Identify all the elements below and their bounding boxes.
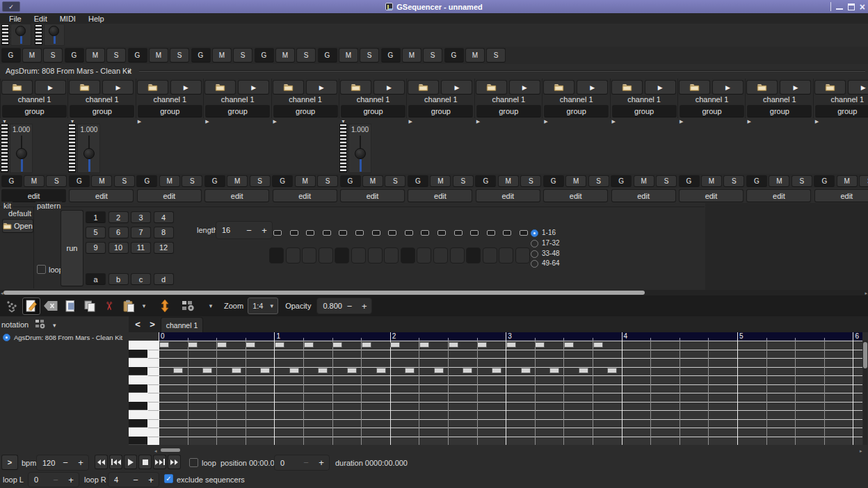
gms-mute-button[interactable]: M <box>339 48 358 63</box>
gms-group-button[interactable]: G <box>444 48 464 63</box>
knob-handle[interactable] <box>83 148 95 159</box>
gms-group-button[interactable]: G <box>679 175 700 187</box>
note[interactable] <box>434 368 444 373</box>
note[interactable] <box>405 368 415 373</box>
gms-solo-button[interactable]: S <box>723 175 744 187</box>
loop-r-spinbox[interactable]: 4 − + <box>108 472 159 487</box>
pattern-index-button[interactable]: 9 <box>86 242 106 254</box>
expand-arrow-icon[interactable]: ▶ <box>747 119 750 124</box>
bpm-spinbox[interactable]: 120 − + <box>36 455 89 471</box>
gms-group-button[interactable]: G <box>543 175 564 187</box>
pattern-pad[interactable] <box>319 247 333 263</box>
pattern-index-button[interactable]: 1 <box>86 211 106 223</box>
group-button[interactable]: group <box>408 105 473 117</box>
channel-volume-fader[interactable]: 1.000 <box>10 124 33 173</box>
length-spinbox[interactable]: 16 − + <box>216 221 273 239</box>
edit-note-tool-button[interactable] <box>22 298 40 315</box>
note[interactable] <box>477 342 487 348</box>
open-file-button[interactable] <box>543 80 574 95</box>
black-key[interactable] <box>129 367 147 375</box>
gms-solo-button[interactable]: S <box>170 48 189 63</box>
tab-channel-1[interactable]: channel 1 <box>161 317 203 332</box>
open-file-button[interactable] <box>204 80 236 95</box>
open-file-button[interactable] <box>137 80 168 95</box>
pattern-pad[interactable] <box>335 247 349 263</box>
gms-mute-button[interactable]: M <box>24 175 45 187</box>
expand-arrow-icon[interactable]: ▶ <box>138 119 141 124</box>
gms-group-button[interactable]: G <box>1 48 21 63</box>
pattern-index-button[interactable]: 2 <box>108 211 129 223</box>
pattern-index-button[interactable]: 4 <box>154 211 174 223</box>
gms-group-button[interactable]: G <box>191 48 211 63</box>
edit-tab-button[interactable]: edit <box>679 189 744 202</box>
expand-arrow-icon[interactable]: ▶ <box>476 119 480 124</box>
gms-solo-button[interactable]: S <box>385 175 405 187</box>
black-key[interactable] <box>129 384 147 393</box>
note[interactable] <box>332 342 342 348</box>
note[interactable] <box>449 342 458 348</box>
cut-tool-button[interactable]: ✂ <box>100 298 118 315</box>
close-icon[interactable]: × <box>860 3 865 10</box>
collapse-arrow-icon[interactable]: ▼ <box>70 119 74 124</box>
note[interactable] <box>593 342 603 348</box>
pattern-pad[interactable] <box>286 247 300 263</box>
pattern-pad[interactable] <box>483 247 497 263</box>
gms-solo-button[interactable]: S <box>520 175 541 187</box>
expand-arrow-icon[interactable]: ▶ <box>680 119 683 124</box>
loop-r-increment-button[interactable]: + <box>143 475 159 485</box>
gms-solo-button[interactable]: S <box>859 175 868 187</box>
group-button[interactable]: group <box>476 105 541 117</box>
gms-mute-button[interactable]: M <box>212 48 232 63</box>
edit-tab-button[interactable]: edit <box>543 189 608 202</box>
note[interactable] <box>173 368 183 373</box>
pattern-pad[interactable] <box>351 247 366 263</box>
paste-menu-dropdown[interactable]: ▾ <box>139 302 149 309</box>
gms-mute-button[interactable]: M <box>465 48 485 63</box>
channel-volume-fader[interactable]: 1.000 <box>348 124 371 173</box>
exclude-sequencers-checkbox[interactable]: ✓ <box>164 474 173 483</box>
knob-handle[interactable] <box>49 26 59 36</box>
play-button[interactable]: ▶ <box>306 80 337 95</box>
note[interactable] <box>362 342 371 348</box>
length-decrement-button[interactable]: − <box>241 225 257 236</box>
offset-radio[interactable] <box>531 260 538 268</box>
note[interactable] <box>318 368 328 373</box>
play-button[interactable]: ▶ <box>712 80 744 95</box>
black-key[interactable] <box>129 350 147 358</box>
opacity-decrement-button[interactable]: − <box>342 301 357 311</box>
expand-arrow-icon[interactable]: ▶ <box>612 119 616 124</box>
notation-grid[interactable] <box>159 341 862 445</box>
note[interactable] <box>506 342 516 348</box>
clear-tool-button[interactable] <box>42 298 60 315</box>
play-button[interactable]: ▶ <box>373 80 405 95</box>
select-tool-button[interactable] <box>61 298 79 315</box>
note[interactable] <box>376 368 386 373</box>
note[interactable] <box>289 368 299 373</box>
pattern-index-button[interactable]: 3 <box>131 211 151 223</box>
group-button[interactable]: group <box>273 105 338 117</box>
note[interactable] <box>246 342 255 348</box>
note[interactable] <box>347 368 357 373</box>
menu-help[interactable]: Help <box>82 15 111 23</box>
gms-solo-button[interactable]: S <box>182 175 202 187</box>
note[interactable] <box>535 342 545 348</box>
group-button[interactable]: group <box>2 105 67 117</box>
open-file-button[interactable] <box>611 80 643 95</box>
channel-volume-fader[interactable]: 1.000 <box>77 124 100 173</box>
open-file-button[interactable] <box>273 80 304 95</box>
pattern-pad[interactable] <box>269 247 284 263</box>
gms-mute-button[interactable]: M <box>362 175 383 187</box>
pattern-pad[interactable] <box>384 247 399 263</box>
collapse-arrow-icon[interactable]: ▼ <box>2 119 7 124</box>
edit-tab-button[interactable]: edit <box>137 189 202 202</box>
pattern-loop-checkbox[interactable] <box>37 265 46 274</box>
play-button[interactable]: ▶ <box>780 80 811 95</box>
black-key[interactable] <box>129 419 147 428</box>
gms-mute-button[interactable]: M <box>498 175 519 187</box>
position-cursor-tool-button[interactable] <box>3 298 21 315</box>
play-button[interactable]: ▶ <box>645 80 676 95</box>
group-button[interactable]: group <box>544 105 609 117</box>
black-key[interactable] <box>129 437 147 445</box>
loop-l-decrement-button[interactable]: − <box>48 475 63 485</box>
edit-tab-button[interactable]: edit <box>476 189 540 202</box>
